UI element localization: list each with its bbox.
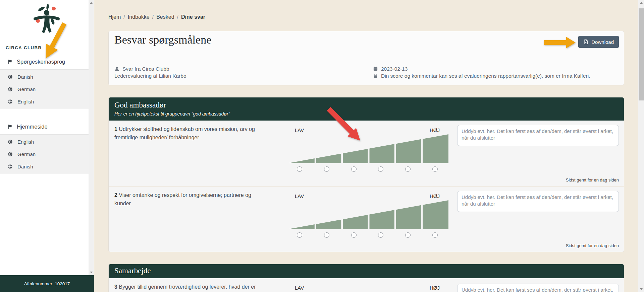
user-icon xyxy=(114,66,119,71)
breadcrumb-separator: / xyxy=(177,14,178,20)
slider-label-low: LAV xyxy=(295,285,304,291)
respondent-line: Svar fra Circa Clubb xyxy=(122,66,169,72)
main-content: Hjem/Indbakke/Besked/Dine svar Besvar sp… xyxy=(94,0,638,292)
sidebar-item-danish[interactable]: Danish xyxy=(0,160,94,173)
section-card-god-ambassador: God ambassadør Her er en hjælpetekst til… xyxy=(108,97,624,252)
radio-option-2[interactable] xyxy=(324,232,329,238)
score-radio-group xyxy=(289,229,448,238)
agreement-number: Aftalenummer: 102017 xyxy=(0,275,94,292)
radio-option-4[interactable] xyxy=(378,232,383,238)
pdf-file-icon xyxy=(583,39,589,45)
breadcrumb-link-home[interactable]: Hjem xyxy=(108,14,121,20)
globe-icon xyxy=(8,99,13,104)
comment-textarea[interactable] xyxy=(457,125,619,146)
sidebar-item-german[interactable]: German xyxy=(0,148,94,160)
question-number: 2 xyxy=(114,192,117,198)
radio-option-2[interactable] xyxy=(324,166,329,172)
sidebar-item-label: Danish xyxy=(17,74,33,80)
radio-option-6[interactable] xyxy=(432,166,438,172)
question-row-3: 3 Bygger tillid gennem troværdighed og l… xyxy=(109,278,624,292)
breadcrumb-separator: / xyxy=(123,14,125,20)
sidebar-language-list: English German Danish xyxy=(0,134,94,174)
score-wedge xyxy=(289,200,448,229)
radio-option-4[interactable] xyxy=(378,166,383,172)
globe-icon xyxy=(8,164,13,169)
question-text: 1 Udtrykker stolthed og lidenskab om vor… xyxy=(114,125,265,142)
globe-icon xyxy=(8,152,13,157)
breadcrumb-link-message[interactable]: Besked xyxy=(156,14,174,20)
juggler-logo-icon xyxy=(32,4,62,40)
sidebar-group-homepage: Hjemmeside xyxy=(0,124,94,134)
scroll-down-icon[interactable] xyxy=(90,272,93,273)
radio-option-1[interactable] xyxy=(297,166,302,172)
date-text: 2023-02-13 xyxy=(381,66,408,72)
radio-option-6[interactable] xyxy=(432,232,438,238)
sidebar-item-danish[interactable]: Danish xyxy=(0,71,94,83)
sidebar-item-english[interactable]: English xyxy=(0,136,94,148)
sidebar-group-label: Hjemmeside xyxy=(17,124,48,130)
comment-textarea[interactable] xyxy=(457,284,619,292)
globe-icon xyxy=(8,139,13,144)
score-slider: LAV HØJ xyxy=(289,127,448,172)
sidebar-item-label: English xyxy=(17,139,34,145)
section-help-text: Her er en hjælpetekst til gruppenavn "go… xyxy=(114,111,618,117)
question-number: 1 xyxy=(114,126,117,132)
flag-icon xyxy=(7,124,12,129)
breadcrumb-link-inbox[interactable]: Indbakke xyxy=(128,14,150,20)
question-row-1: 1 Udtrykker stolthed og lidenskab om vor… xyxy=(109,121,624,186)
scroll-down-icon[interactable] xyxy=(640,288,643,290)
sidebar-item-label: Danish xyxy=(17,164,33,169)
privacy-note: Din score og kommentar kan ses af evalue… xyxy=(381,73,590,79)
page-title: Besvar spørgsmålene xyxy=(114,33,211,46)
radio-option-1[interactable] xyxy=(297,232,302,238)
section-header: God ambassadør Her er en hjælpetekst til… xyxy=(109,97,624,121)
question-row-2: 2 Viser omtanke og respekt for omgivelse… xyxy=(109,186,624,252)
radio-option-3[interactable] xyxy=(351,166,357,172)
sidebar: CIRCA CLUBB Spørgeskemasprog Danish Germ… xyxy=(0,0,94,292)
brand-logo[interactable] xyxy=(0,0,94,41)
main-scrollbar-thumb[interactable] xyxy=(639,8,644,100)
sidebar-item-german[interactable]: German xyxy=(0,83,94,95)
breadcrumb-current: Dine svar xyxy=(181,14,205,20)
scroll-up-icon[interactable] xyxy=(90,2,93,4)
sidebar-scrollbar[interactable] xyxy=(89,0,94,275)
sidebar-group-questionnaire-language: Spørgeskemasprog xyxy=(0,59,94,69)
radio-option-5[interactable] xyxy=(405,166,411,172)
page-title-card: Besvar spørgsmålene Download Svar fra Ci… xyxy=(108,31,624,85)
sidebar-item-label: English xyxy=(17,99,34,104)
slider-label-low: LAV xyxy=(295,193,304,199)
evaluation-line: Lederevaluering af Lilian Karbo xyxy=(114,73,186,79)
breadcrumb-separator: / xyxy=(152,14,154,20)
section-header: Samarbejde xyxy=(109,264,624,278)
globe-icon xyxy=(8,87,13,92)
radio-option-5[interactable] xyxy=(405,232,411,238)
main-scrollbar[interactable] xyxy=(638,0,644,292)
sidebar-item-english[interactable]: English xyxy=(0,95,94,108)
question-text: 2 Viser omtanke og respekt for omgivelse… xyxy=(114,191,265,208)
comment-textarea[interactable] xyxy=(457,191,619,212)
score-slider: LAV HØJ xyxy=(289,285,448,292)
radio-option-3[interactable] xyxy=(351,232,357,238)
question-number: 3 xyxy=(114,284,117,290)
section-title: God ambassadør xyxy=(114,101,618,110)
score-slider: LAV HØJ xyxy=(289,193,448,238)
question-text: 3 Bygger tillid gennem troværdighed og l… xyxy=(114,283,265,291)
lock-icon xyxy=(373,73,378,78)
download-label: Download xyxy=(591,39,614,45)
score-radio-group xyxy=(289,163,448,172)
saved-status: Sidst gemt for en dag siden xyxy=(566,177,619,182)
slider-label-high: HØJ xyxy=(430,285,440,291)
score-wedge xyxy=(289,134,448,163)
sidebar-group-label: Spørgeskemasprog xyxy=(17,59,65,65)
calendar-icon xyxy=(373,66,378,71)
brand-name: CIRCA CLUBB xyxy=(6,45,94,50)
scroll-up-icon[interactable] xyxy=(640,2,643,4)
slider-label-high: HØJ xyxy=(430,127,440,133)
download-button[interactable]: Download xyxy=(578,36,619,48)
saved-status: Sidst gemt for en dag siden xyxy=(566,243,619,248)
app-window: CIRCA CLUBB Spørgeskemasprog Danish Germ… xyxy=(0,0,644,292)
slider-label-high: HØJ xyxy=(430,193,440,199)
sidebar-item-label: German xyxy=(17,151,36,157)
section-card-samarbejde: Samarbejde 3 Bygger tillid gennem trovær… xyxy=(108,264,624,292)
flag-icon xyxy=(7,59,12,64)
